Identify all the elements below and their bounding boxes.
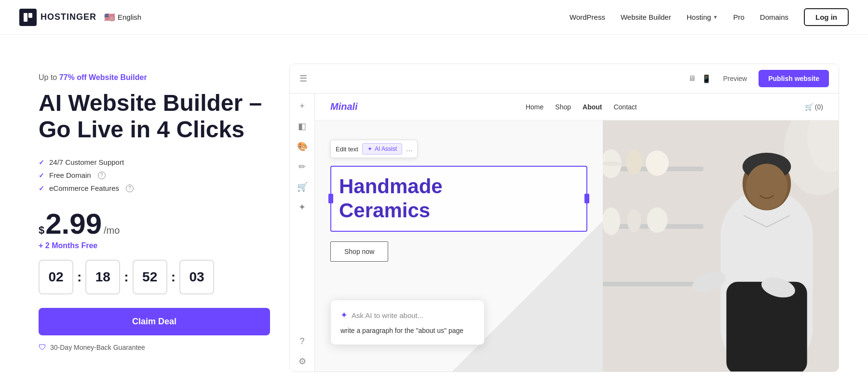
more-options-button[interactable]: ...	[406, 145, 412, 153]
flag-icon: 🇺🇸	[104, 12, 115, 23]
svg-rect-17	[727, 282, 807, 372]
shop-icon[interactable]: 🛒	[297, 182, 308, 192]
site-photo	[603, 120, 839, 372]
preview-button[interactable]: Preview	[717, 72, 753, 85]
svg-point-13	[647, 208, 668, 233]
site-cart[interactable]: 🛒 (0)	[805, 103, 823, 111]
sidebar-bottom: ? ⚙	[298, 336, 306, 367]
ai-popup-title: Ask AI to write about...	[352, 311, 423, 319]
site-nav-shop[interactable]: Shop	[555, 103, 571, 111]
add-icon[interactable]: +	[299, 101, 305, 111]
edit-text-button[interactable]: Edit text	[336, 146, 358, 153]
ai-popup: ✦ Ask AI to write about...	[330, 300, 485, 345]
countdown-timer: 02 : 18 : 52 : 03	[39, 260, 270, 294]
elements-icon[interactable]: ✦	[298, 202, 306, 212]
sparkle-icon: ✦	[367, 146, 372, 152]
claim-deal-button[interactable]: Claim Deal	[39, 308, 270, 335]
logo[interactable]: HOSTINGER	[19, 9, 96, 26]
site-nav-contact[interactable]: Contact	[613, 103, 637, 111]
check-icon: ✓	[39, 185, 44, 192]
nav-right: WordPress Website Builder Hosting ▼ Pro …	[570, 8, 849, 26]
price-period: /mo	[104, 225, 120, 236]
countdown-seconds: 52	[133, 260, 167, 294]
svg-rect-0	[24, 13, 27, 22]
theme-icon[interactable]: 🎨	[297, 141, 308, 152]
feature-domain: ✓ Free Domain ?	[39, 171, 270, 179]
price-bonus: + 2 Months Free	[39, 241, 270, 250]
nav-left: HOSTINGER 🇺🇸 English	[19, 9, 141, 26]
countdown-milliseconds: 03	[179, 260, 214, 294]
svg-point-9	[626, 149, 642, 175]
site-nav-home[interactable]: Home	[526, 103, 543, 111]
menu-icon[interactable]: ☰	[299, 73, 307, 84]
info-icon[interactable]: ?	[98, 172, 106, 179]
check-icon: ✓	[39, 172, 44, 179]
countdown-hours: 02	[39, 260, 73, 294]
ai-input[interactable]	[340, 327, 475, 334]
shield-icon: 🛡	[39, 343, 46, 352]
shop-now-button[interactable]: Shop now	[330, 241, 388, 262]
nav-link-hosting[interactable]: Hosting ▼	[687, 13, 718, 21]
builder-controls: 🖥 📱 Preview Publish website	[688, 70, 829, 87]
hero-left: Up to 77% off Website Builder AI Website…	[39, 64, 270, 352]
edit-icon[interactable]: ✏	[298, 161, 306, 172]
builder-sidebar: + ◧ 🎨 ✏ 🛒 ✦ ? ⚙	[290, 93, 315, 372]
edit-toolbar: Edit text ✦ AI Assist ...	[330, 140, 418, 158]
logo-text: HOSTINGER	[41, 12, 96, 22]
hero-section: Up to 77% off Website Builder AI Website…	[0, 35, 868, 385]
navbar: HOSTINGER 🇺🇸 English WordPress Website B…	[0, 0, 868, 35]
site-heading: HandmadeCeramics	[339, 174, 579, 223]
features-list: ✓ 24/7 Customer Support ✓ Free Domain ? …	[39, 158, 270, 192]
countdown-minutes: 18	[85, 260, 120, 294]
site-heading-box[interactable]: HandmadeCeramics	[330, 166, 587, 232]
builder-mockup: ☰ 🖥 📱 Preview Publish website + ◧ 🎨 ✏ 🛒 …	[289, 64, 839, 372]
sparkle-icon: ✦	[340, 310, 348, 320]
login-button[interactable]: Log in	[804, 8, 849, 26]
svg-point-10	[646, 150, 669, 176]
countdown-sep: :	[77, 269, 81, 285]
builder-body: + ◧ 🎨 ✏ 🛒 ✦ ? ⚙ Minali Home Shop	[290, 93, 839, 372]
feature-ecommerce: ✓ eCommerce Features ?	[39, 184, 270, 192]
builder-topbar: ☰ 🖥 📱 Preview Publish website	[290, 64, 839, 93]
language-selector[interactable]: 🇺🇸 English	[104, 12, 141, 23]
chevron-down-icon: ▼	[713, 14, 718, 20]
feature-support: ✓ 24/7 Customer Support	[39, 158, 270, 166]
photo-illustration	[603, 120, 839, 372]
builder-canvas: Minali Home Shop About Contact 🛒 (0) Edi	[315, 93, 839, 372]
site-nav-about[interactable]: About	[583, 103, 602, 111]
nav-link-pro[interactable]: Pro	[733, 13, 744, 21]
hero-title: AI Website Builder – Go Live in 4 Clicks	[39, 90, 270, 143]
promo-percent: 77% off Website Builder	[59, 73, 147, 81]
logo-icon	[19, 9, 37, 26]
site-nav-links: Home Shop About Contact	[526, 103, 637, 111]
site-content-area: Edit text ✦ AI Assist ... HandmadeCerami…	[315, 120, 603, 372]
price-dollar: $	[39, 224, 44, 237]
countdown-sep: :	[124, 269, 128, 285]
price-display: $ 2.99 /mo	[39, 210, 270, 239]
publish-website-button[interactable]: Publish website	[759, 70, 829, 87]
guarantee-text: 🛡 30-Day Money-Back Guarantee	[39, 343, 270, 352]
ai-assist-button[interactable]: ✦ AI Assist	[362, 143, 402, 155]
promo-text: Up to 77% off Website Builder	[39, 73, 270, 82]
ai-popup-header: ✦ Ask AI to write about...	[340, 310, 475, 320]
settings-icon[interactable]: ⚙	[298, 356, 306, 367]
site-nav: Minali Home Shop About Contact 🛒 (0)	[315, 93, 839, 120]
nav-link-website-builder[interactable]: Website Builder	[621, 13, 671, 21]
svg-rect-1	[28, 13, 32, 18]
svg-point-12	[627, 209, 641, 232]
layers-icon[interactable]: ◧	[298, 121, 306, 132]
price-amount: 2.99	[45, 210, 102, 239]
price-section: $ 2.99 /mo + 2 Months Free	[39, 210, 270, 250]
nav-link-domains[interactable]: Domains	[760, 13, 788, 21]
svg-point-22	[746, 164, 787, 210]
site-hero-area: Edit text ✦ AI Assist ... HandmadeCerami…	[315, 120, 839, 372]
info-icon[interactable]: ?	[126, 185, 134, 192]
check-icon: ✓	[39, 159, 44, 166]
desktop-icon[interactable]: 🖥	[688, 74, 696, 83]
nav-link-wordpress[interactable]: WordPress	[570, 13, 605, 21]
help-icon[interactable]: ?	[299, 336, 304, 346]
language-label: English	[118, 13, 141, 21]
tablet-icon[interactable]: 📱	[702, 74, 711, 83]
svg-rect-6	[603, 282, 703, 287]
countdown-sep: :	[171, 269, 176, 285]
